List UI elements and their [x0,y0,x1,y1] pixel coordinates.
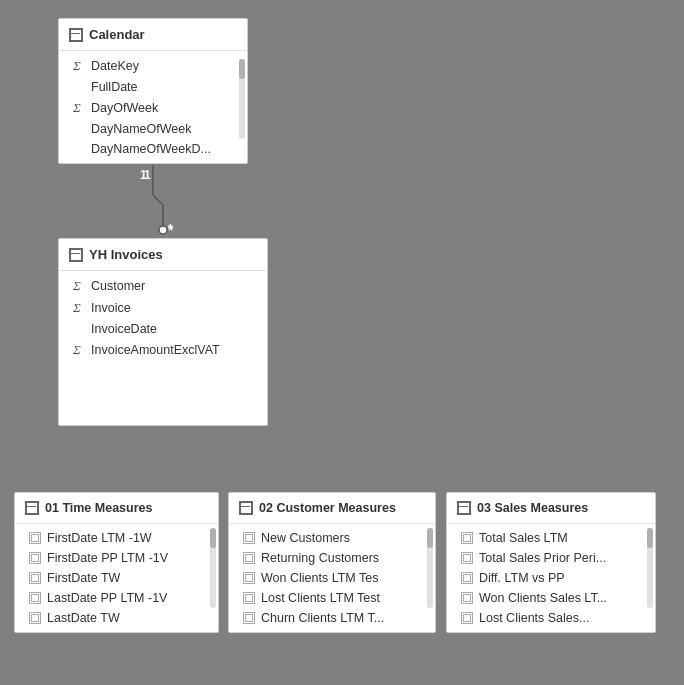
field-lost-clients: Lost Clients LTM Test [229,588,435,608]
field-firstdate-ltm: FirstDate LTM -1W [15,528,218,548]
field-returning-customers: Returning Customers [229,548,435,568]
calendar-table-icon [69,28,83,42]
calendar-title: Calendar [89,27,145,42]
measures03-scrollbar-thumb [647,528,653,548]
measure-icon [243,532,255,544]
measures03-header: 03 Sales Measures [447,493,655,524]
yhinvoices-card: YH Invoices Σ Customer Σ Invoice Invoice… [58,238,268,426]
measures02-title: 02 Customer Measures [259,501,396,515]
field-datekey: Σ DateKey [59,55,247,77]
measures03-body: Total Sales LTM Total Sales Prior Peri..… [447,524,655,632]
measures02-scrollbar-thumb [427,528,433,548]
measures02-header: 02 Customer Measures [229,493,435,524]
field-diff-ltm-pp: Diff. LTM vs PP [447,568,655,588]
measure-icon [461,532,473,544]
field-new-customers: New Customers [229,528,435,548]
measures01-scrollbar-thumb [210,528,216,548]
measures02-scrollbar[interactable] [427,528,433,608]
yhinvoices-body: Σ Customer Σ Invoice InvoiceDate Σ Invoi… [59,271,267,365]
field-invoicedate: InvoiceDate [59,319,267,339]
field-firstdate-tw: FirstDate TW [15,568,218,588]
sigma-icon: Σ [73,300,85,316]
calendar-card: Calendar Σ DateKey FullDate Σ DayOfWeek … [58,18,248,164]
measures01-card: 01 Time Measures FirstDate LTM -1W First… [14,492,219,633]
field-dayofweek: Σ DayOfWeek [59,97,247,119]
field-invoice: Σ Invoice [59,297,267,319]
yhinvoices-title: YH Invoices [89,247,163,262]
measure-icon [243,572,255,584]
field-total-sales-ltm: Total Sales LTM [447,528,655,548]
measures03-table-icon [457,501,471,515]
sigma-icon: Σ [73,342,85,358]
measures01-scrollbar[interactable] [210,528,216,608]
yhinvoices-table-icon [69,248,83,262]
field-fulldate: FullDate [59,77,247,97]
measure-icon [29,592,41,604]
sigma-icon: Σ [73,58,85,74]
sigma-icon: Σ [73,100,85,116]
calendar-scrollbar-thumb [239,59,245,79]
measure-icon [461,552,473,564]
measure-icon [29,532,41,544]
calendar-header: Calendar [59,19,247,51]
measure-icon [29,612,41,624]
canvas: 1 * Calendar Σ DateKey FullDate Σ DayOfW… [0,0,684,685]
field-firstdate-pp: FirstDate PP LTM -1V [15,548,218,568]
field-customer: Σ Customer [59,275,267,297]
field-total-sales-prior: Total Sales Prior Peri... [447,548,655,568]
measure-icon [461,592,473,604]
measure-icon [29,552,41,564]
measures02-body: New Customers Returning Customers Won Cl… [229,524,435,632]
measures02-card: 02 Customer Measures New Customers Retur… [228,492,436,633]
yhinvoices-padding [59,365,267,425]
field-lost-clients-sales: Lost Clients Sales... [447,608,655,628]
measures01-body: FirstDate LTM -1W FirstDate PP LTM -1V F… [15,524,218,632]
sigma-icon: Σ [73,278,85,294]
field-won-clients: Won Clients LTM Tes [229,568,435,588]
field-lastdate-pp: LastDate PP LTM -1V [15,588,218,608]
rel-one-label: 1 [144,168,151,182]
measures03-title: 03 Sales Measures [477,501,588,515]
measure-icon [461,612,473,624]
calendar-body: Σ DateKey FullDate Σ DayOfWeek DayNameOf… [59,51,247,163]
field-lastdate-tw: LastDate TW [15,608,218,628]
measures02-table-icon [239,501,253,515]
measures03-scrollbar[interactable] [647,528,653,608]
measure-icon [29,572,41,584]
field-won-clients-sales: Won Clients Sales LT... [447,588,655,608]
field-daynameofweekd: DayNameOfWeekD... [59,139,247,159]
measures03-card: 03 Sales Measures Total Sales LTM Total … [446,492,656,633]
svg-point-3 [159,226,167,234]
measure-icon [243,552,255,564]
field-invoiceamount: Σ InvoiceAmountExclVAT [59,339,267,361]
measures01-header: 01 Time Measures [15,493,218,524]
measure-icon [243,612,255,624]
yhinvoices-header: YH Invoices [59,239,267,271]
field-daynameofweek: DayNameOfWeek [59,119,247,139]
measures01-title: 01 Time Measures [45,501,152,515]
calendar-scrollbar[interactable] [239,59,245,139]
svg-line-1 [153,195,163,205]
measures01-table-icon [25,501,39,515]
measure-icon [461,572,473,584]
field-churn-clients: Churn Clients LTM T... [229,608,435,628]
rel-many-label: * [168,222,173,238]
measure-icon [243,592,255,604]
